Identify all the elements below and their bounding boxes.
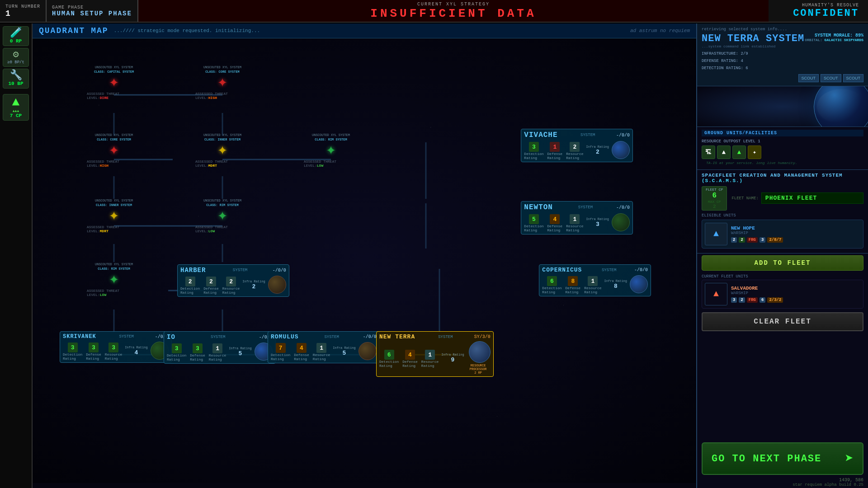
triangle-icon: ▲ bbox=[12, 96, 20, 109]
fleet-cp-label: FLEET CP bbox=[706, 188, 723, 192]
unscouted-inner-2[interactable]: UNSCOUTED XYL SYSTEMCLASS: INNER SYSTEM … bbox=[87, 199, 141, 233]
eligible-label: ELIGIBLE UNITS bbox=[702, 213, 863, 218]
unit-card-new-hope[interactable]: ▲ NEW HOPE WARSHIP 2 2 FRG 3 2/8/7 bbox=[702, 220, 863, 249]
newton-name: NEWTON bbox=[524, 203, 553, 211]
vivache-res: 2 bbox=[570, 142, 580, 152]
threat-3: ASSESSED THREAT LEVEL:HIGH bbox=[87, 160, 141, 168]
skrivanek-name: SKRIVANEK bbox=[63, 333, 96, 340]
skrivanek-system[interactable]: SKRIVANEK SYSTEM -/0/0 3DetectionRating … bbox=[60, 331, 172, 363]
salvadore-stats: 3 2 FRG 6 2/3/2 bbox=[731, 297, 860, 303]
sys-info-status: retrieving selected system info.... bbox=[702, 27, 863, 32]
harber-name: HARBER bbox=[180, 267, 206, 274]
strategy-value: INSUFFICIENT DATA bbox=[370, 7, 536, 20]
xyl-icon-4: ✦ bbox=[217, 142, 227, 159]
xyl-icon-8: ✦ bbox=[109, 272, 119, 288]
new-hope-frg-num: 3 bbox=[760, 237, 765, 243]
coordinates: 1439, 586 bbox=[702, 478, 863, 483]
unscouted-core-2[interactable]: UNSCOUTED XYL SYSTEMCLASS: CORE SYSTEM ✦… bbox=[87, 133, 141, 168]
scout-button-1[interactable]: SCOUT bbox=[798, 74, 819, 82]
copernicus-system[interactable]: COPERNICUS SYSTEM -/0/0 6DetectionRating… bbox=[539, 264, 651, 296]
system-morale: SYSTEM MORALE: 89% bbox=[805, 33, 863, 38]
romulus-system[interactable]: ROMULUS SYSTEM -/0/0 7DetectionRating 4D… bbox=[268, 331, 380, 363]
clear-fleet-button[interactable]: CLEAR FLEET bbox=[702, 312, 863, 331]
facility-label: RESOURCE OUTPOST LEVEL 1 bbox=[702, 139, 863, 144]
add-to-fleet-button[interactable]: ADD TO FLEET bbox=[702, 255, 863, 271]
newton-infra: 3 bbox=[596, 221, 599, 228]
harber-system[interactable]: HARBER SYSTEM -/0/0 2DetectionRating 2De… bbox=[177, 264, 289, 297]
go-to-next-phase-button[interactable]: GO TO NEXT PHASE ➤ bbox=[702, 442, 863, 475]
salvadore-str: 2/3/2 bbox=[767, 297, 783, 303]
romulus-planet bbox=[359, 342, 377, 360]
new-hope-stat2: 2 bbox=[739, 237, 745, 243]
xyl-icon-7: ✦ bbox=[217, 208, 227, 224]
threat-6: ASSESSED THREAT LEVEL:MDRT bbox=[87, 225, 141, 233]
sidebar-cp: ▲ ▲▲▲ 7 CP bbox=[3, 94, 29, 121]
new-terra-res: 1 bbox=[425, 350, 435, 360]
fleet-name-input[interactable]: PHOENIX FLEET bbox=[761, 192, 863, 204]
xyl-icon-6: ✦ bbox=[109, 208, 119, 224]
romulus-def: 4 bbox=[297, 343, 307, 353]
salvadore-card[interactable]: ▲ SALVADORE WARSHIP 3 2 FRG 6 2/3/2 bbox=[702, 280, 863, 309]
vivache-type: SYSTEM bbox=[580, 133, 595, 137]
newton-res: 1 bbox=[570, 214, 580, 224]
new-terra-def: 4 bbox=[405, 350, 415, 360]
copernicus-det: 6 bbox=[547, 276, 557, 286]
ground-unit-3[interactable]: ▲ bbox=[732, 145, 746, 159]
unscouted-core-1[interactable]: UNSCOUTED XYL SYSTEMCLASS: CORE SYSTEM ✦… bbox=[195, 66, 250, 100]
vivache-system[interactable]: VIVACHE SYSTEM -/0/0 3DetectionRating 1D… bbox=[521, 129, 633, 162]
ground-unit-4[interactable]: ✦ bbox=[748, 145, 761, 159]
top-bar: TURN NUMBER 1 GAME PHASE HUMAN SETUP PHA… bbox=[0, 0, 868, 23]
sidebar-rp: 🧪 0 RP bbox=[3, 26, 29, 46]
threat-4: ASSESSED THREAT LEVEL:MDRT bbox=[195, 160, 250, 168]
planet-image bbox=[814, 86, 868, 127]
new-hope-type: WARSHIP bbox=[731, 231, 860, 235]
unscouted-rim-1[interactable]: UNSCOUTED XYL SYSTEMCLASS: RIM SYSTEM ✦ … bbox=[304, 133, 358, 168]
game-phase-section: GAME PHASE HUMAN SETUP PHASE bbox=[47, 0, 138, 22]
scout-button-2[interactable]: SCOUT bbox=[821, 74, 841, 82]
romulus-type: SYSTEM bbox=[324, 335, 339, 339]
resolve-label: HUMANITY'S RESOLVE bbox=[778, 3, 859, 8]
new-terra-resource-label: RESOURCEPROCESSOR2 RP bbox=[470, 364, 487, 375]
new-hope-name: NEW HOPE bbox=[731, 225, 860, 231]
turn-number-section: TURN NUMBER 1 bbox=[0, 0, 47, 22]
map-title: QUADRANT MAP bbox=[39, 26, 108, 35]
romulus-status: -/0/0 bbox=[363, 334, 377, 339]
vivache-det: 3 bbox=[529, 142, 539, 152]
salvadore-stat2: 2 bbox=[739, 297, 745, 303]
salvadore-triangle-icon: ▲ bbox=[713, 289, 719, 299]
new-hope-str: 2/8/7 bbox=[767, 237, 783, 243]
fleet-cp-value: 6 bbox=[706, 192, 723, 200]
newton-system[interactable]: NEWTON SYSTEM -/0/0 5DetectionRating 4De… bbox=[521, 201, 633, 235]
unscouted-rim-3[interactable]: UNSCOUTED XYL SYSTEMCLASS: RIM SYSTEM ✦ … bbox=[87, 263, 141, 297]
orbital-label: ORBITAL: GALACTIC SHIPYARDS bbox=[805, 38, 863, 42]
unscouted-inner-1[interactable]: UNSCOUTED XYL SYSTEMCLASS: INNER SYSTEM … bbox=[195, 133, 250, 168]
romulus-infra: 5 bbox=[343, 350, 346, 357]
io-system[interactable]: IO SYSTEM -/0/0 3DetectionRating 3Defens… bbox=[164, 331, 276, 364]
threat-5: ASSESSED THREAT LEVEL:LOW bbox=[304, 160, 358, 168]
scout-button-3[interactable]: SCOUT bbox=[843, 74, 864, 82]
skrivanek-infra: 4 bbox=[135, 349, 138, 356]
unscouted-capital[interactable]: UNSCOUTED XYL SYSTEMCLASS: CAPITAL SYSTE… bbox=[87, 66, 141, 100]
fleet-cp-box: FLEET CP 6 MAX CP 2 bbox=[702, 186, 727, 211]
copernicus-status: -/0/0 bbox=[634, 267, 648, 272]
unit-icons-row: 🏗 ▲ ▲ ✦ bbox=[702, 145, 863, 159]
romulus-name: ROMULUS bbox=[271, 333, 299, 340]
ground-unit-1[interactable]: 🏗 bbox=[702, 145, 715, 159]
cp-label: ▲▲▲ bbox=[13, 109, 19, 113]
map-connections-svg bbox=[33, 38, 696, 483]
harber-type: SYSTEM bbox=[233, 268, 247, 272]
bp-value: 10 BP bbox=[8, 81, 23, 86]
ground-unit-2[interactable]: ▲ bbox=[717, 145, 731, 159]
strategy-section: CURRENT XYL STRATEGY INSUFFICIENT DATA bbox=[138, 0, 769, 22]
harber-planet bbox=[268, 276, 286, 294]
skrivanek-det: 3 bbox=[68, 343, 78, 352]
go-arrow-icon: ➤ bbox=[845, 450, 854, 468]
new-terra-system[interactable]: NEW TERRA SYSTEM SY/3/0 6DetectionRating… bbox=[376, 331, 494, 377]
new-terra-name: NEW TERRA bbox=[379, 333, 415, 340]
copernicus-res: 1 bbox=[588, 276, 598, 286]
threat-1: ASSESSED THREAT LEVEL:DIRE bbox=[87, 92, 141, 100]
unscouted-rim-2[interactable]: UNSCOUTED XYL SYSTEMCLASS: RIM SYSTEM ✦ … bbox=[195, 199, 250, 233]
xyl-icon-5: ✦ bbox=[326, 142, 336, 159]
max-cp-label: MAX CP bbox=[706, 200, 723, 204]
copernicus-infra: 8 bbox=[614, 283, 618, 290]
